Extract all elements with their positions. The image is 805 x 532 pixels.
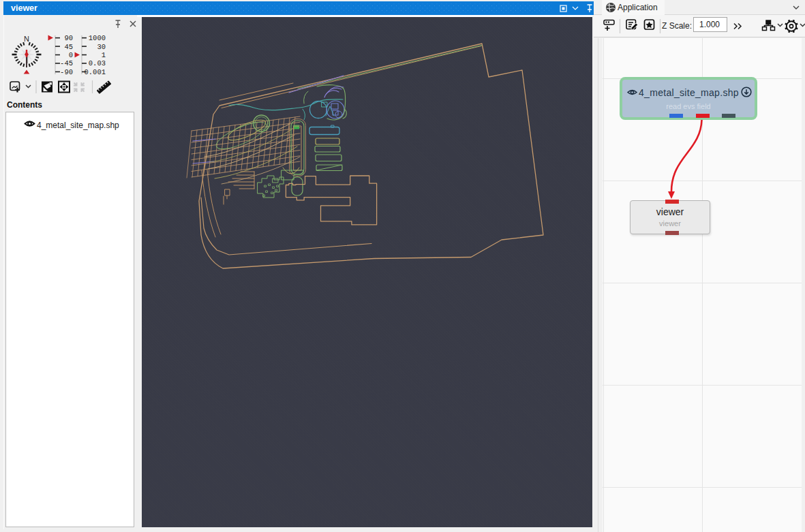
svg-text:N: N (24, 35, 29, 43)
svg-text:0.001: 0.001 (84, 68, 106, 76)
svg-text:45: 45 (64, 43, 73, 51)
svg-text:-90: -90 (60, 68, 73, 76)
svg-text:0: 0 (69, 51, 73, 59)
svg-text:90: 90 (64, 34, 73, 42)
svg-text:0.03: 0.03 (89, 59, 106, 67)
svg-text:30: 30 (97, 43, 106, 51)
svg-text:-45: -45 (60, 59, 73, 67)
svg-text:1: 1 (102, 51, 106, 59)
svg-text:1000: 1000 (89, 34, 106, 42)
